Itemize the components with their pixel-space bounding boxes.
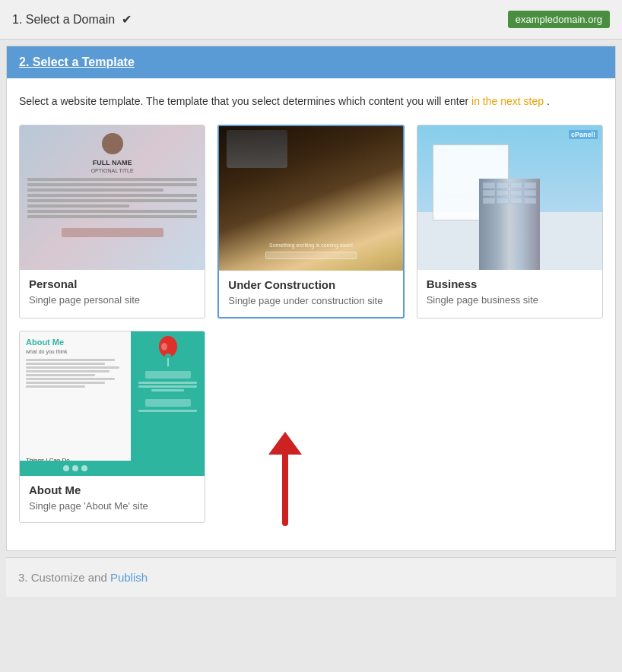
construction-template-name: Under Construction — [228, 278, 393, 291]
personal-fullname: FULL NAME — [93, 159, 132, 166]
template-card-business[interactable]: cPanel! — [417, 125, 603, 319]
cpanel-label: cPanel! — [569, 130, 598, 139]
page-wrapper: 1. Select a Domain ✔ exampledomain.org 2… — [0, 0, 622, 597]
template-card-under-construction[interactable]: Something exciting is coming soon! Under… — [217, 125, 404, 319]
building — [479, 179, 540, 270]
svg-point-3 — [161, 343, 167, 350]
laptop-shape — [227, 130, 287, 168]
template-grid-row2: About Me what do you think — [19, 331, 603, 523]
template-grid-container: FULL NAME OPTIONAL TITLE — [19, 125, 603, 523]
personal-text-lines — [27, 178, 197, 220]
template-card-personal[interactable]: FULL NAME OPTIONAL TITLE — [19, 125, 205, 319]
construction-input-bar — [265, 252, 357, 259]
step3-label: 3. Customize and Publish — [18, 571, 148, 584]
personal-template-desc: Single page personal site — [29, 293, 195, 307]
step2-header: 2. Select a Template — [7, 46, 615, 78]
step3-label-prefix: 3. Customize and — [18, 571, 107, 584]
step2-section: 2. Select a Template Select a website te… — [6, 46, 616, 551]
aboutme-template-desc: Single page 'About Me' site — [29, 499, 195, 513]
business-template-desc: Single page business site — [427, 293, 593, 307]
step1-bar: 1. Select a Domain ✔ exampledomain.org — [0, 0, 622, 40]
construction-text-overlay: Something exciting is coming soon! — [269, 242, 353, 248]
step3-label-link: Publish — [110, 571, 148, 584]
step3-bar: 3. Customize and Publish — [6, 557, 616, 597]
template-thumb-personal: FULL NAME OPTIONAL TITLE — [20, 125, 205, 270]
template-thumb-aboutme: About Me what do you think — [20, 331, 205, 476]
grid-placeholder-1 — [217, 331, 404, 523]
personal-avatar — [102, 133, 123, 154]
personal-subtitle: OPTIONAL TITLE — [91, 168, 134, 173]
svg-point-4 — [165, 353, 171, 358]
balloon-icon — [157, 336, 179, 366]
step1-label: 1. Select a Domain ✔ — [12, 12, 132, 27]
step1-checkmark: ✔ — [122, 13, 132, 26]
aboutme-template-name: About Me — [29, 483, 195, 496]
step2-body: Select a website template. The template … — [7, 78, 615, 550]
construction-template-desc: Single page under construction site — [228, 294, 393, 308]
template-thumb-business: cPanel! — [417, 125, 602, 270]
domain-badge: exampledomain.org — [508, 11, 610, 28]
step2-instruction: Select a website template. The template … — [19, 94, 603, 109]
personal-template-name: Personal — [29, 277, 195, 290]
template-card-about-me[interactable]: About Me what do you think — [19, 331, 205, 523]
template-thumb-construction: Something exciting is coming soon! — [219, 126, 402, 271]
step1-label-text: 1. Select a Domain — [12, 13, 115, 26]
step2-header-link[interactable]: 2. Select a Template — [19, 55, 135, 68]
template-grid-row1: FULL NAME OPTIONAL TITLE — [19, 125, 603, 319]
business-template-name: Business — [427, 277, 593, 290]
grid-placeholder-2 — [417, 331, 603, 523]
